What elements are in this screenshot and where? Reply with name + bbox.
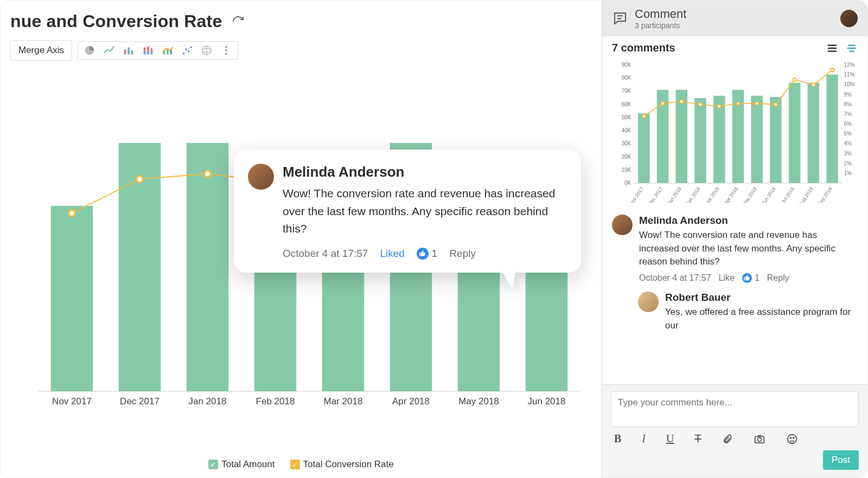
svg-text:4%: 4% — [844, 140, 852, 146]
svg-rect-93 — [789, 83, 801, 183]
comment-like-count[interactable]: 1 — [742, 273, 760, 283]
svg-text:2%: 2% — [844, 160, 852, 166]
comment-item: Robert Bauer Yes, we offered a free assi… — [638, 287, 858, 337]
bubble-liked-label[interactable]: Liked — [380, 248, 404, 260]
svg-rect-85 — [713, 96, 725, 183]
svg-point-103 — [699, 102, 702, 106]
bubble-timestamp: October 4 at 17:57 — [283, 248, 368, 260]
chart-type-line-icon[interactable] — [101, 44, 117, 57]
chart-type-bar-stacked-icon[interactable] — [140, 44, 156, 57]
chart-area: Nov 2017Dec 2017Jan 2018Feb 2018Mar 2018… — [1, 68, 602, 459]
svg-point-13 — [183, 53, 185, 55]
chart-toolbar: Merge Axis — [1, 36, 602, 68]
bubble-reply-button[interactable]: Reply — [449, 248, 476, 260]
emoji-icon[interactable] — [786, 433, 798, 445]
comments-count: 7 comments — [612, 42, 675, 54]
chart-type-more-icon[interactable] — [218, 44, 234, 57]
svg-point-100 — [642, 114, 646, 118]
avatar — [612, 215, 633, 235]
svg-point-110 — [831, 68, 834, 72]
svg-rect-7 — [147, 50, 149, 54]
svg-text:Dec 2017: Dec 2017 — [120, 396, 159, 406]
bubble-like-count[interactable]: 1 — [417, 248, 438, 260]
svg-rect-97 — [826, 74, 838, 183]
bubble-author: Melinda Anderson — [283, 164, 565, 180]
svg-rect-77 — [638, 113, 650, 183]
svg-text:11%: 11% — [844, 72, 855, 77]
svg-rect-1 — [124, 49, 126, 54]
current-user-avatar[interactable] — [840, 10, 858, 27]
comment-item: Melinda Anderson Wow! The conversion rat… — [612, 210, 858, 287]
chart-panel: nue and Conversion Rate Merge Axis Nov 2… — [1, 1, 602, 477]
legend-amount[interactable]: ✓Total Amount — [208, 459, 275, 470]
legend-conversion[interactable]: ✓Total Conversion Rate — [290, 459, 394, 470]
svg-point-15 — [188, 50, 190, 53]
chart-type-toggle — [78, 41, 238, 60]
svg-rect-27 — [187, 143, 229, 391]
svg-text:May 2018: May 2018 — [741, 186, 758, 203]
svg-text:9%: 9% — [844, 92, 852, 98]
svg-text:Mar 2018: Mar 2018 — [324, 396, 363, 406]
camera-icon[interactable] — [754, 433, 765, 445]
comment-like-button[interactable]: Like — [719, 273, 735, 283]
mini-chart: 0K10K20K30K40K50K60K70K80K90K1%2%3%4%5%6… — [602, 60, 867, 208]
svg-text:Sep 2018: Sep 2018 — [816, 186, 833, 203]
thumb-up-icon — [742, 273, 752, 283]
svg-point-39 — [69, 210, 75, 216]
svg-point-40 — [137, 176, 143, 183]
svg-point-113 — [787, 434, 796, 443]
avatar — [248, 164, 274, 190]
svg-text:Apr 2018: Apr 2018 — [723, 186, 739, 203]
chart-type-scatter-icon[interactable] — [179, 44, 195, 57]
svg-text:12%: 12% — [844, 62, 855, 68]
svg-point-115 — [793, 437, 794, 438]
svg-point-20 — [225, 49, 227, 51]
svg-text:8%: 8% — [844, 101, 852, 107]
svg-point-102 — [680, 100, 683, 103]
comment-reply-button[interactable]: Reply — [767, 273, 789, 283]
align-view-icon[interactable] — [846, 42, 858, 54]
bold-icon[interactable]: B — [614, 432, 621, 445]
merge-axis-button[interactable]: Merge Axis — [10, 40, 72, 61]
svg-rect-83 — [694, 98, 706, 183]
chart-type-bar-grouped-icon[interactable] — [120, 44, 137, 57]
post-button[interactable]: Post — [823, 450, 859, 470]
comments-list: Melinda Anderson Wow! The conversion rat… — [602, 208, 867, 384]
chart-type-pie-icon[interactable] — [81, 44, 98, 57]
svg-text:1%: 1% — [844, 170, 852, 176]
page-title: nue and Conversion Rate — [10, 11, 222, 31]
svg-text:Apr 2018: Apr 2018 — [392, 396, 430, 406]
svg-rect-3 — [131, 50, 133, 54]
format-toolbar: B I U T — [611, 429, 859, 450]
chart-header: nue and Conversion Rate — [1, 1, 602, 36]
svg-text:May 2018: May 2018 — [458, 396, 499, 406]
svg-text:10K: 10K — [622, 167, 631, 173]
strikethrough-icon[interactable]: T — [694, 432, 701, 445]
chart-type-combo-icon[interactable] — [159, 44, 176, 57]
svg-text:Jul 2018: Jul 2018 — [781, 186, 796, 203]
comments-header: Comment 3 participants — [602, 1, 867, 36]
comment-input[interactable] — [611, 391, 859, 427]
chart-type-geo-icon[interactable] — [199, 44, 215, 57]
svg-text:70K: 70K — [622, 88, 631, 94]
underline-icon[interactable]: U — [666, 432, 674, 445]
svg-point-108 — [793, 78, 796, 81]
italic-icon[interactable]: I — [642, 432, 646, 445]
comment-text: Yes, we offered a free assistance progra… — [665, 306, 858, 332]
comments-subheader: 7 comments — [602, 36, 867, 60]
comment-author: Melinda Anderson — [639, 215, 858, 227]
svg-text:90K: 90K — [622, 62, 631, 68]
svg-text:40K: 40K — [622, 127, 631, 133]
refresh-icon[interactable] — [232, 15, 245, 28]
chart-legend: ✓Total Amount ✓Total Conversion Rate — [1, 459, 602, 477]
comment-author: Robert Bauer — [665, 292, 858, 303]
app-root: nue and Conversion Rate Merge Axis Nov 2… — [0, 0, 868, 478]
svg-text:0K: 0K — [624, 180, 631, 186]
attachment-icon[interactable] — [722, 434, 733, 444]
svg-point-14 — [185, 48, 187, 50]
annotation-bubble: Melinda Anderson Wow! The conversion rat… — [234, 150, 581, 273]
list-view-icon[interactable] — [826, 42, 838, 54]
svg-text:50K: 50K — [622, 114, 631, 120]
bubble-text: Wow! The conversion rate and revenue has… — [283, 185, 565, 238]
svg-text:6%: 6% — [844, 121, 852, 127]
